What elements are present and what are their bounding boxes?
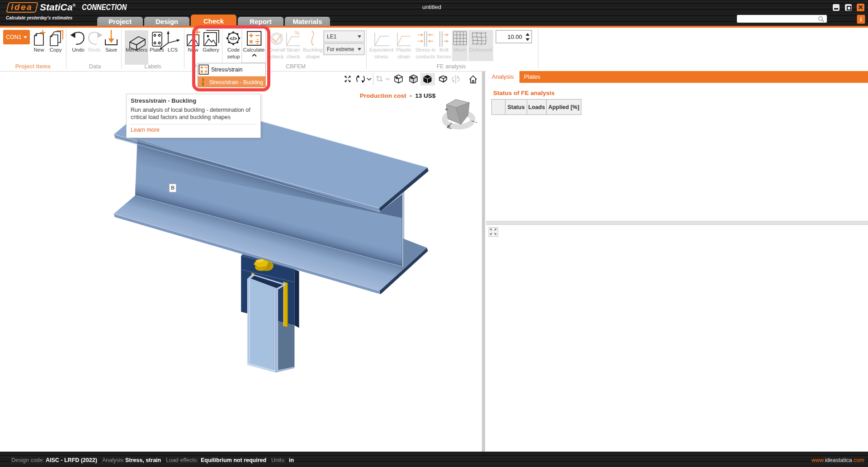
- svg-text:%: %: [295, 30, 300, 36]
